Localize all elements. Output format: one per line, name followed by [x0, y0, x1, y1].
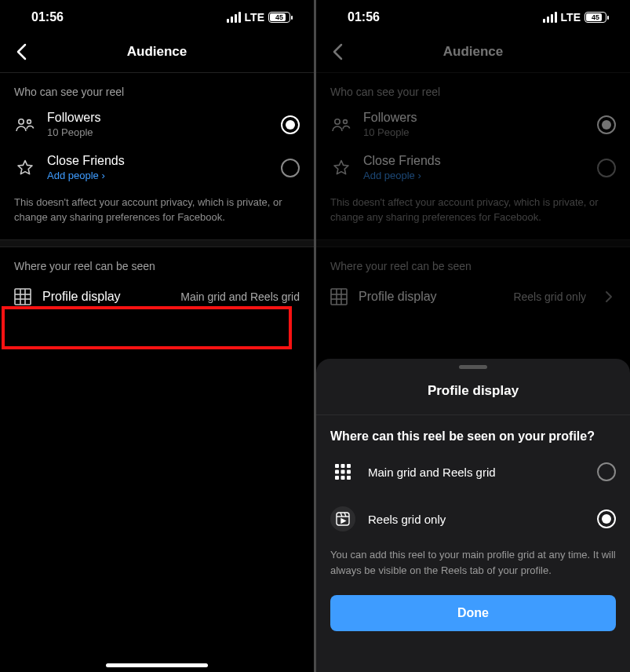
sheet-info-text: You can add this reel to your main profi…	[316, 542, 630, 590]
svg-rect-19	[347, 470, 351, 474]
option1-label: Main grid and Reels grid	[368, 466, 584, 479]
section-who-heading: Who can see your reel	[316, 73, 630, 103]
profile-display-label: Profile display	[42, 290, 121, 304]
followers-sub: 10 People	[363, 126, 586, 138]
profile-display-value: Main grid and Reels grid	[132, 290, 300, 303]
status-right: LTE 45	[227, 11, 290, 24]
audience-followers-row[interactable]: Followers 10 People	[0, 103, 314, 146]
nav-header: Audience	[0, 35, 314, 69]
svg-rect-16	[347, 464, 351, 468]
close-friends-radio[interactable]	[281, 159, 300, 177]
grid-dots-icon	[330, 459, 355, 484]
svg-rect-14	[335, 464, 339, 468]
option-reels-only[interactable]: Reels grid only	[316, 495, 630, 542]
close-friends-add-link[interactable]: Add people ›	[363, 170, 586, 181]
followers-title: Followers	[47, 111, 270, 125]
close-friends-title: Close Friends	[363, 154, 586, 168]
chevron-left-icon	[332, 43, 343, 60]
profile-display-row[interactable]: Profile display Main grid and Reels grid	[0, 277, 314, 316]
home-indicator[interactable]	[106, 663, 208, 667]
profile-display-value: Reels grid only	[448, 290, 586, 303]
status-bar: 01:56 LTE 45	[316, 0, 630, 35]
section-separator	[0, 239, 314, 247]
people-icon	[14, 117, 36, 133]
people-icon	[330, 117, 352, 133]
svg-rect-2	[15, 289, 31, 305]
profile-display-label: Profile display	[359, 290, 437, 304]
privacy-note: This doesn't affect your account privacy…	[316, 189, 630, 239]
followers-radio[interactable]	[597, 115, 616, 134]
section-separator	[316, 239, 630, 247]
followers-sub: 10 People	[47, 126, 270, 138]
profile-display-row[interactable]: Profile display Reels grid only	[316, 277, 630, 316]
network-label: LTE	[245, 11, 264, 24]
close-friends-add-link[interactable]: Add people ›	[47, 170, 270, 181]
grid-icon	[14, 288, 31, 305]
svg-rect-18	[341, 470, 345, 474]
close-friends-title: Close Friends	[47, 154, 270, 168]
phone-screen-right: 01:56 LTE 45 Audience Who can see your r…	[316, 0, 630, 672]
back-button[interactable]	[9, 40, 33, 64]
close-friends-radio[interactable]	[597, 159, 616, 177]
done-button[interactable]: Done	[330, 595, 616, 631]
privacy-note: This doesn't affect your account privacy…	[0, 189, 314, 239]
svg-point-1	[27, 119, 31, 123]
status-time: 01:56	[348, 10, 380, 24]
back-button[interactable]	[326, 40, 349, 64]
svg-rect-17	[335, 470, 339, 474]
status-bar: 01:56 LTE 45	[0, 0, 314, 35]
svg-line-26	[344, 513, 346, 517]
signal-icon	[543, 12, 557, 23]
star-icon	[14, 159, 36, 177]
svg-rect-20	[335, 476, 339, 480]
battery-icon: 45	[268, 12, 290, 23]
svg-point-0	[19, 119, 24, 123]
followers-title: Followers	[363, 111, 586, 125]
reels-icon	[330, 506, 355, 531]
svg-rect-9	[331, 289, 347, 305]
svg-line-25	[340, 513, 342, 517]
option2-label: Reels grid only	[368, 513, 584, 526]
nav-header: Audience	[316, 35, 630, 69]
followers-radio[interactable]	[281, 115, 300, 134]
sheet-title: Profile display	[316, 369, 630, 415]
battery-icon: 45	[584, 12, 606, 23]
section-who-heading: Who can see your reel	[0, 73, 314, 103]
option2-radio[interactable]	[597, 509, 616, 528]
audience-close-friends-row[interactable]: Close Friends Add people ›	[316, 146, 630, 189]
svg-rect-23	[337, 513, 349, 525]
audience-close-friends-row[interactable]: Close Friends Add people ›	[0, 146, 314, 189]
svg-point-8	[344, 119, 348, 123]
star-icon	[330, 159, 352, 177]
svg-rect-15	[341, 464, 345, 468]
sheet-question: Where can this reel be seen on your prof…	[316, 415, 630, 448]
section-where-heading: Where your reel can be seen	[316, 247, 630, 277]
chevron-left-icon	[16, 43, 27, 60]
option1-radio[interactable]	[597, 462, 616, 481]
grid-icon	[330, 288, 348, 305]
network-label: LTE	[561, 11, 581, 24]
status-right: LTE 45	[543, 11, 606, 24]
section-where-heading: Where your reel can be seen	[0, 247, 314, 277]
profile-display-sheet: Profile display Where can this reel be s…	[316, 359, 630, 672]
option-main-and-reels[interactable]: Main grid and Reels grid	[316, 448, 630, 495]
svg-rect-21	[341, 476, 345, 480]
phone-screen-left: 01:56 LTE 45 Audience Who can see your r…	[0, 0, 314, 672]
chevron-right-icon	[602, 290, 616, 303]
svg-rect-22	[347, 476, 351, 480]
signal-icon	[227, 12, 241, 23]
svg-point-7	[335, 119, 340, 123]
audience-followers-row[interactable]: Followers 10 People	[316, 103, 630, 146]
status-time: 01:56	[31, 10, 64, 24]
page-title: Audience	[0, 44, 314, 60]
page-title: Audience	[316, 44, 630, 60]
